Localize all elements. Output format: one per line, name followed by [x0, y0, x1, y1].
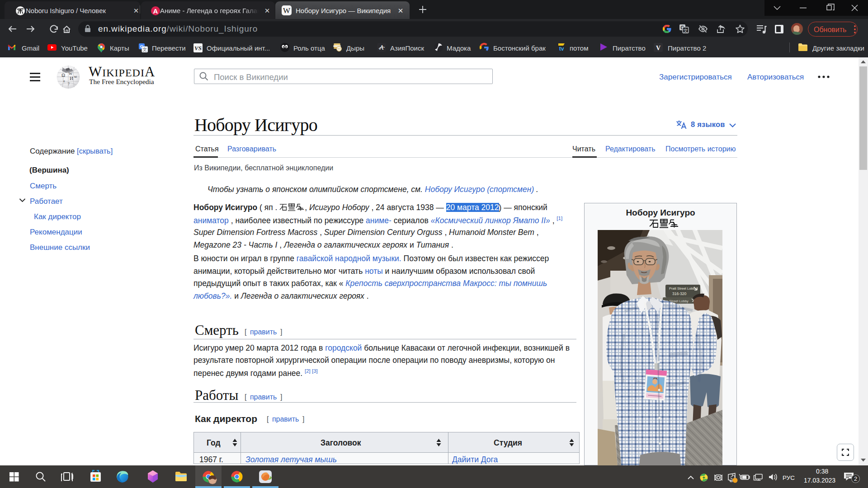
svg-text:W: W: [283, 6, 291, 15]
svg-text:V: V: [656, 45, 660, 52]
svg-text:2: 2: [854, 475, 857, 482]
svg-text:tv: tv: [559, 46, 564, 52]
svg-text:И: И: [70, 75, 73, 81]
svg-text:A: A: [153, 7, 158, 15]
svg-text:7: 7: [68, 82, 70, 86]
svg-text:VS: VS: [194, 45, 202, 52]
svg-text:0:38: 0:38: [816, 468, 828, 475]
svg-text:文: 文: [684, 28, 688, 33]
svg-text:ᴇ: ᴇ: [63, 79, 65, 83]
svg-text:ы: ы: [74, 75, 77, 79]
svg-text:РУС: РУС: [783, 474, 795, 481]
svg-text:Ω: Ω: [61, 72, 65, 78]
svg-text:文: 文: [142, 47, 147, 52]
svg-text:17.03.2023: 17.03.2023: [804, 477, 835, 484]
svg-text:316-320: 316-320: [672, 291, 686, 296]
svg-text:Pratt Street Lobby: Pratt Street Lobby: [669, 286, 697, 291]
